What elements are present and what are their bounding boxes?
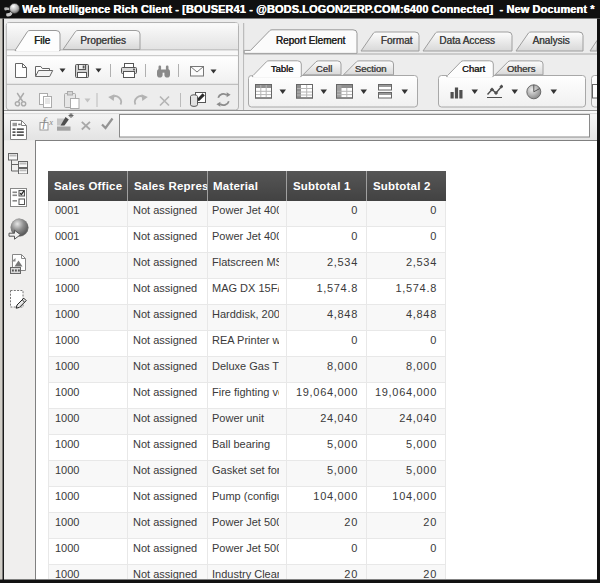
svg-text:x: x xyxy=(48,116,53,126)
